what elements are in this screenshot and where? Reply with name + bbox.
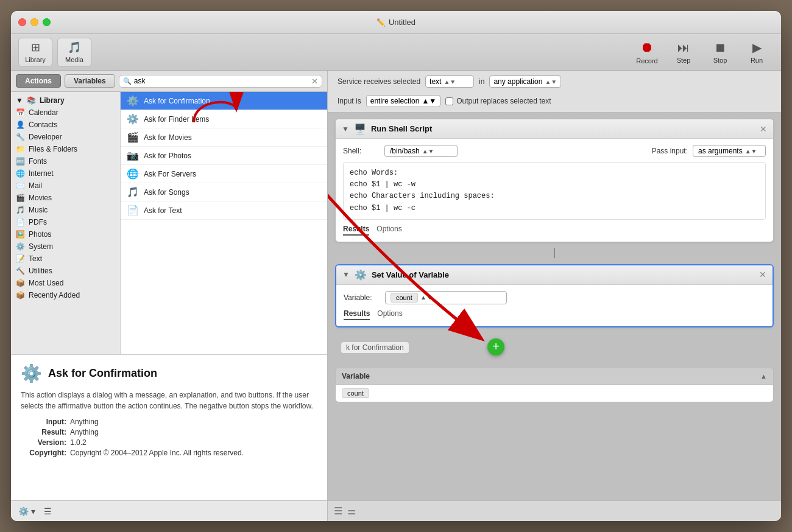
detail-description: This action displays a dialog with a mes… bbox=[21, 390, 317, 411]
ask-photos-icon: 📷 bbox=[127, 150, 139, 161]
variable-row: Variable: count ▲▼ bbox=[344, 291, 765, 304]
sidebar-item-music[interactable]: 🎵 Music bbox=[11, 204, 120, 216]
toolbar: ⊞ Library 🎵 Media ⏺ Record ⏭ Step ⏹ Stop… bbox=[11, 34, 781, 71]
action-item-photos[interactable]: 📷 Ask for Photos bbox=[121, 147, 327, 165]
sidebar-item-most-used[interactable]: 📦 Most Used bbox=[11, 277, 120, 289]
action-item-movies[interactable]: 🎬 Ask for Movies bbox=[121, 128, 327, 147]
code-block[interactable]: echo Words:echo $1 | wc -wecho Character… bbox=[343, 162, 766, 220]
variable-tab-options[interactable]: Options bbox=[377, 309, 402, 320]
meta-copyright-label: Copyright: bbox=[21, 449, 66, 457]
photos-icon: 🖼️ bbox=[16, 230, 25, 239]
second-row: Input is entire selection ▲▼ Output repl… bbox=[338, 95, 771, 107]
shell-card-tabs: Results Options bbox=[343, 225, 766, 236]
record-icon: ⏺ bbox=[640, 40, 654, 55]
sidebar-item-developer[interactable]: 🔧 Developer bbox=[11, 131, 120, 143]
library-icon: 📚 bbox=[27, 96, 36, 105]
meta-version-label: Version: bbox=[21, 438, 66, 447]
add-action-button[interactable]: + bbox=[487, 338, 504, 355]
sidebar-item-mail[interactable]: ✉️ Mail bbox=[11, 180, 120, 192]
tab-variables[interactable]: Variables bbox=[65, 74, 115, 88]
library-button[interactable]: ⊞ Library bbox=[18, 38, 52, 67]
meta-input-value: Anything bbox=[70, 418, 99, 426]
system-icon: ⚙️ bbox=[16, 242, 25, 251]
recently-added-icon: 📦 bbox=[16, 291, 25, 299]
media-button[interactable]: 🎵 Media bbox=[57, 38, 91, 67]
variable-card-title: Set Value of Variable bbox=[372, 270, 754, 279]
record-button[interactable]: ⏺ Record bbox=[630, 38, 664, 67]
traffic-lights bbox=[18, 18, 51, 26]
variable-card-body: Variable: count ▲▼ Results Options bbox=[336, 285, 773, 326]
list-button[interactable]: ☰ bbox=[41, 505, 54, 517]
column-view-icon[interactable]: ⚌ bbox=[347, 505, 356, 517]
left-panel: Actions Variables 🔍 ✕ ▼ 📚 Library bbox=[11, 71, 328, 521]
sidebar-item-fonts[interactable]: 🔤 Fonts bbox=[11, 155, 120, 167]
variable-section-collapse[interactable]: ▲ bbox=[760, 373, 767, 380]
utilities-icon: 🔨 bbox=[16, 267, 25, 275]
sidebar-item-photos[interactable]: 🖼️ Photos bbox=[11, 228, 120, 240]
run-button[interactable]: ▶ Run bbox=[740, 38, 774, 67]
pass-input-select[interactable]: as arguments ▲▼ bbox=[693, 145, 766, 157]
mail-icon: ✉️ bbox=[16, 181, 25, 190]
sidebar-item-files[interactable]: 📁 Files & Folders bbox=[11, 143, 120, 155]
input-is-select[interactable]: entire selection ▲▼ bbox=[366, 95, 440, 107]
calendar-icon: 📅 bbox=[16, 108, 25, 117]
main-content: Actions Variables 🔍 ✕ ▼ 📚 Library bbox=[11, 71, 781, 521]
shell-close-button[interactable]: ✕ bbox=[760, 124, 767, 134]
shell-row: Shell: /bin/bash ▲▼ Pass input: as argum… bbox=[343, 145, 766, 157]
text-type-select[interactable]: text ▲▼ bbox=[425, 75, 474, 88]
action-item-servers[interactable]: 🌐 Ask For Servers bbox=[121, 165, 327, 183]
variable-tab-results[interactable]: Results bbox=[344, 309, 370, 320]
tab-actions[interactable]: Actions bbox=[16, 74, 61, 88]
window-title: ✏️ Untitled bbox=[377, 18, 415, 27]
shell-card-body: Shell: /bin/bash ▲▼ Pass input: as argum… bbox=[336, 139, 773, 242]
variable-collapse-icon[interactable]: ▼ bbox=[342, 270, 350, 279]
gear-button[interactable]: ⚙️ ▾ bbox=[16, 505, 38, 517]
sidebar-item-system[interactable]: ⚙️ System bbox=[11, 240, 120, 253]
sidebar-item-recently-added[interactable]: 📦 Recently Added bbox=[11, 289, 120, 301]
movies-icon: 🎬 bbox=[16, 194, 25, 202]
output-label: Output replaces selected text bbox=[456, 97, 551, 105]
service-bar: Service receives selected text ▲▼ in any… bbox=[328, 71, 781, 113]
step-button[interactable]: ⏭ Step bbox=[666, 38, 701, 67]
fullscreen-button[interactable] bbox=[43, 18, 51, 26]
variable-select[interactable]: count ▲▼ bbox=[385, 291, 507, 304]
sidebar-item-utilities[interactable]: 🔨 Utilities bbox=[11, 265, 120, 277]
sidebar-item-pdfs[interactable]: 📄 PDFs bbox=[11, 216, 120, 228]
sidebar-item-calendar[interactable]: 📅 Calendar bbox=[11, 107, 120, 119]
minimize-button[interactable] bbox=[30, 18, 38, 26]
sidebar-item-text[interactable]: 📝 Text bbox=[11, 253, 120, 265]
ask-movies-icon: 🎬 bbox=[127, 131, 139, 143]
sidebar-library[interactable]: ▼ 📚 Library bbox=[11, 94, 120, 107]
variable-label: Variable: bbox=[344, 293, 380, 302]
pdfs-icon: 📄 bbox=[16, 218, 25, 226]
shell-collapse-icon[interactable]: ▼ bbox=[342, 125, 349, 133]
library-expand-icon: ▼ bbox=[16, 96, 23, 105]
media-icon: 🎵 bbox=[68, 41, 81, 54]
output-checkbox[interactable] bbox=[445, 97, 453, 105]
action-item-confirmation[interactable]: ⚙️ Ask for Confirmation bbox=[121, 92, 327, 110]
main-window: ✏️ Untitled ⊞ Library 🎵 Media ⏺ Record ⏭… bbox=[11, 11, 781, 521]
sidebar-item-movies[interactable]: 🎬 Movies bbox=[11, 192, 120, 204]
variable-close-button[interactable]: ✕ bbox=[759, 270, 766, 279]
sidebar-item-contacts[interactable]: 👤 Contacts bbox=[11, 119, 120, 131]
close-button[interactable] bbox=[18, 18, 26, 26]
list-view-icon[interactable]: ☰ bbox=[334, 505, 342, 517]
action-item-finder[interactable]: ⚙️ Ask for Finder Items bbox=[121, 110, 327, 128]
app-select[interactable]: any application ▲▼ bbox=[489, 75, 561, 88]
variable-section-header: Variable ▲ bbox=[336, 368, 773, 385]
sidebar-item-internet[interactable]: 🌐 Internet bbox=[11, 167, 120, 180]
shell-tab-options[interactable]: Options bbox=[377, 225, 401, 236]
drag-area: k for Confirmation + bbox=[335, 332, 774, 363]
meta-result-value: Anything bbox=[70, 428, 99, 436]
shell-tab-results[interactable]: Results bbox=[343, 225, 369, 236]
card-header-shell: ▼ 🖥️ Run Shell Script ✕ bbox=[336, 119, 773, 139]
action-item-text[interactable]: 📄 Ask for Text bbox=[121, 201, 327, 220]
search-input[interactable] bbox=[134, 77, 309, 85]
contacts-icon: 👤 bbox=[16, 121, 25, 129]
stop-button[interactable]: ⏹ Stop bbox=[703, 38, 737, 67]
search-clear-icon[interactable]: ✕ bbox=[311, 77, 318, 86]
drag-label: k for Confirmation bbox=[341, 342, 409, 353]
action-item-songs[interactable]: 🎵 Ask for Songs bbox=[121, 183, 327, 201]
most-used-icon: 📦 bbox=[16, 279, 25, 287]
shell-select[interactable]: /bin/bash ▲▼ bbox=[384, 145, 458, 157]
